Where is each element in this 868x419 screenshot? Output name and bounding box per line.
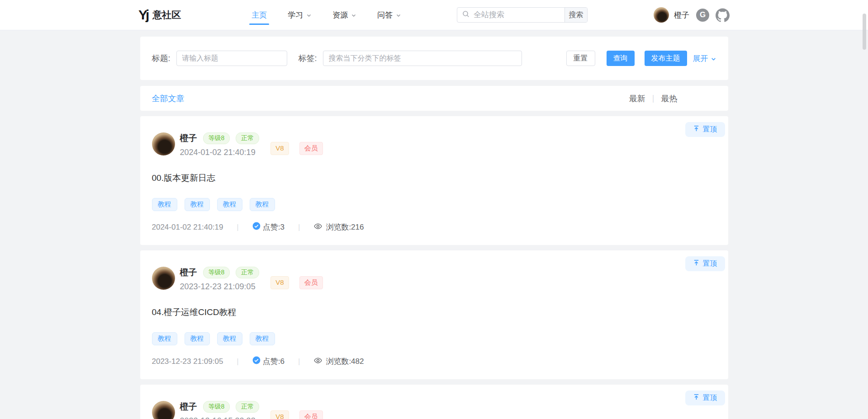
footer-divider: | bbox=[298, 357, 300, 366]
like-check-icon bbox=[252, 356, 261, 367]
sort-divider: | bbox=[652, 94, 655, 103]
level-badge: 等级8 bbox=[203, 267, 230, 278]
arrow-up-from-bar-icon bbox=[693, 394, 700, 402]
eye-icon bbox=[313, 357, 323, 366]
user-area: 橙子 G bbox=[654, 7, 730, 23]
tag-pill[interactable]: 教程 bbox=[217, 198, 242, 211]
chevron-down-icon bbox=[306, 13, 312, 18]
post-datetime: 2023-12-23 21:09:05 bbox=[180, 282, 260, 292]
search-input[interactable] bbox=[474, 10, 560, 19]
vip-badge: V8 bbox=[270, 276, 289, 289]
author-name[interactable]: 橙子 bbox=[180, 267, 197, 278]
nav-item-qa[interactable]: 问答 bbox=[377, 10, 401, 20]
post-card: 置顶 橙子 等级8 正常 2023-12-16 15:22:38 V8 会员 bbox=[140, 385, 728, 419]
pin-top-button[interactable]: 置顶 bbox=[685, 122, 725, 137]
chevron-down-icon bbox=[396, 13, 401, 18]
title-filter-label: 标题: bbox=[152, 53, 171, 64]
user-name[interactable]: 橙子 bbox=[674, 10, 689, 20]
footer-divider: | bbox=[298, 223, 300, 232]
global-search: 搜索 bbox=[457, 7, 588, 23]
author-name[interactable]: 橙子 bbox=[180, 401, 197, 413]
eye-icon bbox=[313, 223, 323, 232]
post-title[interactable]: 04.橙子运维CICD教程 bbox=[152, 306, 716, 318]
author-avatar[interactable] bbox=[152, 267, 175, 290]
vertical-scrollbar[interactable] bbox=[863, 14, 866, 50]
top-navbar: Yj 意社区 主页 学习 资源 问答 bbox=[0, 0, 868, 30]
views-count: 浏览数:482 bbox=[326, 356, 364, 367]
sort-hottest[interactable]: 最热 bbox=[661, 93, 678, 104]
pin-top-button[interactable]: 置顶 bbox=[685, 256, 725, 271]
site-title: 意社区 bbox=[152, 9, 181, 21]
tag-pill[interactable]: 教程 bbox=[185, 198, 210, 211]
main-nav: 主页 学习 资源 问答 bbox=[251, 10, 401, 20]
nav-item-home[interactable]: 主页 bbox=[251, 10, 267, 20]
nav-item-learn[interactable]: 学习 bbox=[288, 10, 312, 20]
arrow-up-from-bar-icon bbox=[693, 259, 700, 268]
author-avatar[interactable] bbox=[152, 401, 175, 419]
reset-button[interactable]: 重置 bbox=[566, 51, 595, 66]
footer-datetime: 2023-12-23 21:09:05 bbox=[152, 357, 223, 366]
tag-pill[interactable]: 教程 bbox=[152, 332, 177, 345]
tag-pill[interactable]: 教程 bbox=[250, 332, 275, 345]
chevron-down-icon bbox=[351, 13, 356, 18]
post-datetime: 2024-01-02 21:40:19 bbox=[180, 148, 260, 157]
tag-pill[interactable]: 教程 bbox=[250, 198, 275, 211]
nav-item-resources[interactable]: 资源 bbox=[332, 10, 356, 20]
footer-datetime: 2024-01-02 21:40:19 bbox=[152, 223, 223, 232]
search-button[interactable]: 搜索 bbox=[564, 8, 587, 22]
post-datetime: 2023-12-16 15:22:38 bbox=[180, 416, 260, 419]
filter-bar: 标题: 标签: 重置 查询 发布主题 展开 bbox=[140, 37, 728, 80]
post-title[interactable]: 00.版本更新日志 bbox=[152, 172, 716, 184]
status-badge: 正常 bbox=[236, 132, 259, 144]
sort-newest[interactable]: 最新 bbox=[629, 93, 645, 104]
member-badge: 会员 bbox=[299, 410, 323, 419]
footer-divider: | bbox=[237, 357, 238, 366]
post-tags: 教程 教程 教程 教程 bbox=[152, 332, 716, 345]
level-badge: 等级8 bbox=[203, 401, 230, 413]
member-badge: 会员 bbox=[299, 276, 323, 289]
list-header: 全部文章 最新 | 最热 bbox=[140, 86, 728, 111]
chevron-down-icon bbox=[711, 56, 716, 62]
author-name[interactable]: 橙子 bbox=[180, 132, 197, 144]
level-badge: 等级8 bbox=[203, 132, 230, 144]
author-avatar[interactable] bbox=[152, 132, 175, 155]
publish-topic-button[interactable]: 发布主题 bbox=[645, 51, 687, 66]
title-filter-input[interactable] bbox=[176, 51, 287, 66]
pin-top-button[interactable]: 置顶 bbox=[685, 391, 725, 405]
likes-count: 点赞:6 bbox=[263, 356, 285, 367]
expand-toggle[interactable]: 展开 bbox=[693, 53, 716, 64]
post-tags: 教程 教程 教程 教程 bbox=[152, 198, 716, 211]
site-logo[interactable]: Yj 意社区 bbox=[138, 8, 181, 22]
vip-badge: V8 bbox=[270, 142, 289, 155]
all-articles-link[interactable]: 全部文章 bbox=[152, 93, 185, 104]
arrow-up-from-bar-icon bbox=[693, 125, 700, 134]
tag-filter-label: 标签: bbox=[299, 53, 317, 64]
member-badge: 会员 bbox=[299, 142, 323, 155]
search-icon bbox=[462, 10, 470, 19]
user-avatar[interactable] bbox=[654, 7, 669, 23]
logo-icon: Yj bbox=[138, 8, 147, 22]
status-badge: 正常 bbox=[236, 267, 259, 278]
like-check-icon bbox=[252, 222, 261, 232]
post-card: 置顶 橙子 等级8 正常 2023-12-23 21:09:05 V8 会员 0… bbox=[140, 250, 728, 379]
query-button[interactable]: 查询 bbox=[607, 51, 635, 66]
tag-pill[interactable]: 教程 bbox=[152, 198, 177, 211]
status-badge: 正常 bbox=[236, 401, 259, 413]
tag-pill[interactable]: 教程 bbox=[185, 332, 210, 345]
post-card: 置顶 橙子 等级8 正常 2024-01-02 21:40:19 V8 会员 0… bbox=[140, 116, 728, 245]
github-icon[interactable] bbox=[716, 8, 730, 22]
tag-filter-input[interactable] bbox=[323, 51, 522, 66]
footer-divider: | bbox=[237, 223, 238, 232]
tag-pill[interactable]: 教程 bbox=[217, 332, 242, 345]
gitee-icon[interactable]: G bbox=[696, 9, 709, 22]
likes-count: 点赞:3 bbox=[263, 222, 285, 232]
views-count: 浏览数:216 bbox=[326, 222, 364, 232]
vip-badge: V8 bbox=[270, 410, 289, 419]
